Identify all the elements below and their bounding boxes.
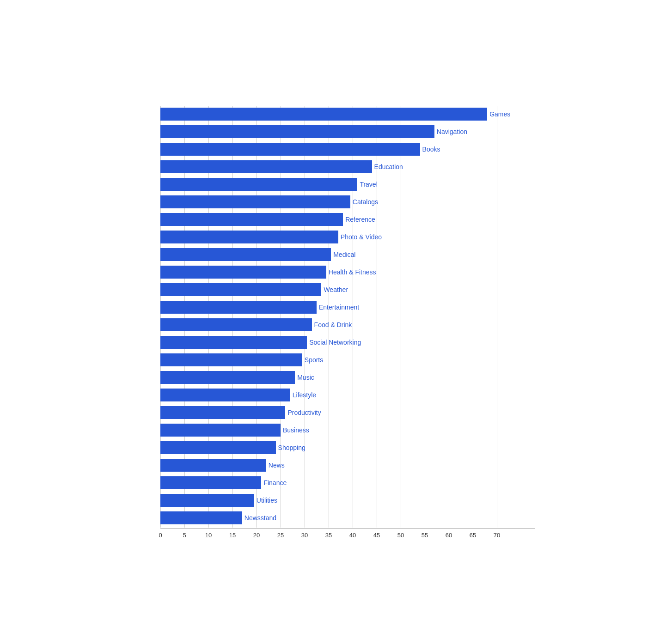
bar-row: News [160, 457, 535, 473]
x-tick: 40 [349, 532, 356, 539]
bar-row: Sports [160, 352, 535, 368]
bar [160, 424, 281, 437]
bar [160, 476, 261, 489]
bar [160, 406, 285, 419]
bar-label: Utilities [257, 497, 277, 504]
bar [160, 213, 343, 226]
x-axis: 0510152025303540455055606570 [160, 532, 535, 543]
bar-label: Productivity [287, 409, 321, 416]
x-tick: 55 [422, 532, 428, 539]
x-tick: 60 [446, 532, 452, 539]
x-tick: 5 [183, 532, 186, 539]
bar-label: Finance [263, 479, 287, 486]
bar-label: Food & Drink [314, 321, 352, 328]
bar-row: Weather [160, 282, 535, 298]
bar-label: Catalogs [353, 198, 378, 206]
x-tick: 15 [229, 532, 236, 539]
bar [160, 389, 290, 401]
bar [160, 108, 487, 121]
bar [160, 143, 420, 156]
bar [160, 195, 350, 208]
x-axis-line [160, 529, 535, 529]
x-tick: 45 [373, 532, 380, 539]
bar-row: Books [160, 141, 535, 157]
bar [160, 353, 302, 366]
x-tick: 65 [470, 532, 476, 539]
x-tick: 35 [325, 532, 332, 539]
bar [160, 441, 276, 454]
bar [160, 178, 357, 191]
bar [160, 511, 242, 524]
bar-row: Photo & Video [160, 229, 535, 245]
bar-row: Social Networking [160, 334, 535, 350]
bar [160, 125, 434, 138]
bar-label: Newsstand [244, 514, 276, 522]
bar-row: Lifestyle [160, 387, 535, 403]
bar [160, 301, 317, 314]
bar-row: Finance [160, 475, 535, 491]
bar-label: Business [283, 426, 309, 434]
x-tick: 10 [205, 532, 212, 539]
bar [160, 336, 307, 349]
bar-label: Music [297, 374, 314, 381]
bar-row: Games [160, 106, 535, 122]
bar-label: Education [374, 163, 403, 170]
chart-area: GamesNavigationBooksEducationTravelCatal… [156, 106, 535, 543]
bar-label: Lifestyle [293, 391, 316, 399]
bar-label: Weather [324, 286, 348, 293]
bar-row: Education [160, 159, 535, 175]
x-tick: 30 [301, 532, 308, 539]
bar-row: Health & Fitness [160, 264, 535, 280]
bar-label: News [269, 462, 285, 469]
bar-label: Games [489, 110, 510, 118]
bar-label: Shopping [278, 444, 305, 451]
bars-wrapper: GamesNavigationBooksEducationTravelCatal… [156, 106, 535, 528]
bar [160, 248, 331, 261]
bar-row: Music [160, 370, 535, 385]
x-tick: 70 [494, 532, 500, 539]
bar-row: Navigation [160, 124, 535, 140]
x-tick: 20 [253, 532, 260, 539]
bar-label: Entertainment [319, 304, 359, 311]
bar-row: Productivity [160, 405, 535, 420]
bar [160, 160, 372, 173]
bar-row: Utilities [160, 492, 535, 508]
x-tick: 0 [159, 532, 162, 539]
chart-container: GamesNavigationBooksEducationTravelCatal… [128, 74, 544, 571]
bar-row: Newsstand [160, 510, 535, 526]
bar-label: Navigation [437, 128, 467, 135]
bar-row: Reference [160, 212, 535, 227]
bar-row: Catalogs [160, 194, 535, 210]
bar-label: Reference [345, 216, 375, 223]
bar-row: Travel [160, 176, 535, 192]
bar-label: Photo & Video [341, 233, 382, 241]
x-tick: 25 [277, 532, 284, 539]
bar-label: Social Networking [309, 339, 361, 346]
bar-label: Travel [360, 181, 377, 188]
bar [160, 318, 312, 331]
bar-label: Sports [305, 356, 323, 364]
bar-label: Health & Fitness [329, 268, 376, 276]
bar [160, 371, 295, 384]
bar-row: Shopping [160, 440, 535, 456]
bar [160, 283, 321, 296]
bar-row: Food & Drink [160, 317, 535, 333]
bar-row: Entertainment [160, 299, 535, 315]
bar [160, 266, 326, 279]
bar-row: Medical [160, 247, 535, 262]
x-tick: 50 [397, 532, 404, 539]
bar [160, 494, 254, 507]
bar [160, 459, 266, 472]
bar [160, 231, 338, 243]
bar-row: Business [160, 422, 535, 438]
bar-label: Books [422, 146, 440, 153]
bar-label: Medical [333, 251, 355, 258]
